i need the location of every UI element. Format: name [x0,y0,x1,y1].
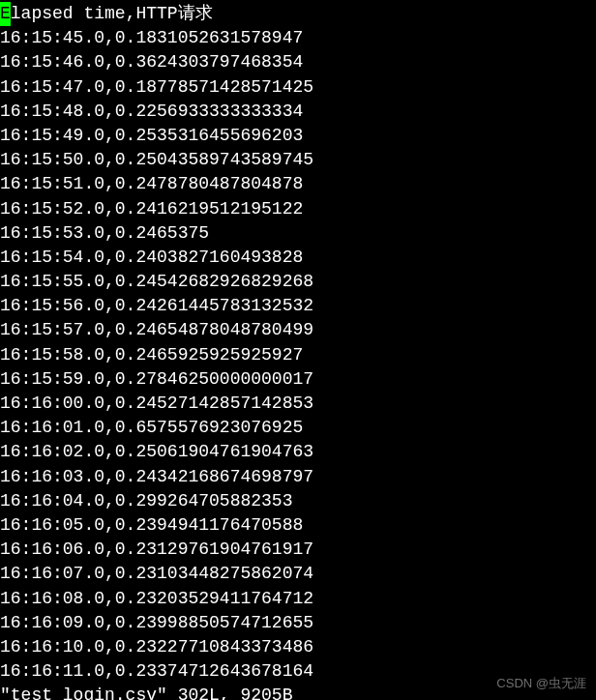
cursor-block: E [0,2,11,26]
data-row: 16:15:58.0,0.2465925925925927 [0,343,596,367]
data-row: 16:16:03.0,0.24342168674698797 [0,465,596,489]
data-row: 16:16:00.0,0.24527142857142853 [0,392,596,416]
data-row: 16:15:49.0,0.2535316455696203 [0,124,596,148]
data-row: 16:16:09.0,0.23998850574712655 [0,611,596,635]
data-row: 16:15:47.0,0.18778571428571425 [0,75,596,100]
data-row: 16:15:45.0,0.1831052631578947 [0,26,596,50]
data-row: 16:15:54.0,0.2403827160493828 [0,246,596,270]
data-row: 16:15:59.0,0.27846250000000017 [0,367,596,392]
data-row: 16:15:55.0,0.24542682926829268 [0,270,596,294]
data-row: 16:16:07.0,0.23103448275862074 [0,562,596,586]
data-row: 16:16:06.0,0.23129761904761917 [0,538,596,562]
data-row: 16:15:48.0,0.2256933333333334 [0,100,596,124]
header-text: lapsed time,HTTP请求 [11,4,213,23]
data-row: 16:15:53.0,0.2465375 [0,221,596,246]
data-row: 16:16:11.0,0.23374712643678164 [0,659,596,684]
data-row: 16:15:57.0,0.24654878048780499 [0,318,596,342]
data-row: 16:15:51.0,0.2478780487804878 [0,172,596,196]
data-row: 16:15:52.0,0.2416219512195122 [0,197,596,221]
data-row: 16:16:04.0,0.299264705882353 [0,489,596,513]
data-row: 16:16:02.0,0.25061904761904763 [0,440,596,464]
header-line: Elapsed time,HTTP请求 [0,2,596,26]
data-row: 16:16:05.0,0.2394941176470588 [0,513,596,538]
data-row: 16:16:01.0,0.6575576923076925 [0,416,596,440]
data-row: 16:15:46.0,0.3624303797468354 [0,50,596,74]
data-row: 16:15:56.0,0.24261445783132532 [0,294,596,318]
data-rows: 16:15:45.0,0.183105263157894716:15:46.0,… [0,26,596,684]
data-row: 16:16:08.0,0.23203529411764712 [0,587,596,611]
data-row: 16:16:10.0,0.23227710843373486 [0,635,596,659]
data-row: 16:15:50.0,0.25043589743589745 [0,148,596,172]
status-line: "test login.csv" 302L, 9205B [0,684,596,700]
